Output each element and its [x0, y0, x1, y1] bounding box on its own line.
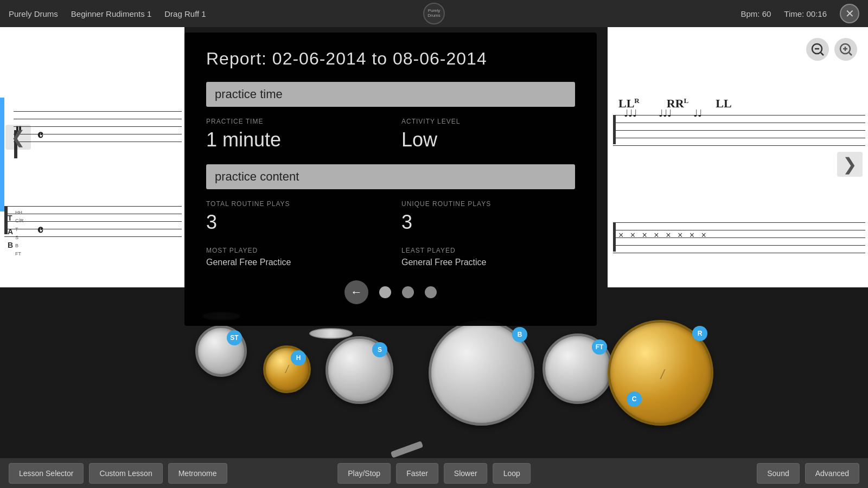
total-plays-stat: TOTAL ROUTINE PLAYS 3: [206, 200, 380, 234]
practice-time-stat: PRACTICE TIME 1 minute: [206, 118, 380, 151]
tab-label: TAB: [8, 211, 13, 253]
left-sheet: 𝄥 𝄴 TAB HHC/RTSBFT 𝄴: [0, 27, 184, 287]
practice-stats-row: PRACTICE TIME 1 minute ACTIVITY LEVEL Lo…: [206, 118, 575, 151]
top-bar-right: Bpm: 60 Time: 00:16 ✕: [741, 4, 859, 23]
drum-bass[interactable]: B: [429, 320, 534, 426]
unique-plays-stat: UNIQUE ROUTINE PLAYS 3: [401, 200, 575, 234]
right-staff-lines: [613, 115, 865, 146]
tab-sub-labels: HHC/RTSBFT: [15, 209, 24, 259]
close-button[interactable]: ✕: [840, 4, 859, 23]
s-label: S: [372, 342, 387, 357]
time-display: Time: 00:16: [784, 9, 827, 18]
r-label: R: [692, 326, 707, 341]
tab-section: [4, 206, 182, 237]
section-practice-content: practice content: [206, 164, 575, 189]
activity-level-value: Low: [401, 129, 575, 151]
breadcrumb2: Drag Ruff 1: [164, 9, 206, 18]
svg-line-2: [821, 53, 824, 55]
time-signature-bottom: 𝄴: [37, 222, 43, 239]
custom-lesson-button[interactable]: Custom Lesson: [89, 463, 162, 484]
hand-ll2: LL: [716, 97, 731, 111]
next-arrow[interactable]: ❯: [837, 152, 863, 177]
activity-level-stat: ACTIVITY LEVEL Low: [401, 118, 575, 151]
page-dot-3[interactable]: [425, 286, 437, 298]
play-stop-button[interactable]: Play/Stop: [337, 463, 391, 484]
metronome-button[interactable]: Metronome: [168, 463, 227, 484]
bpm-display: Bpm: 60: [741, 9, 771, 18]
ride-stick: /: [661, 367, 665, 382]
x-marks-bar: [613, 222, 616, 252]
most-played-value: General Free Practice: [206, 258, 380, 267]
faster-button[interactable]: Faster: [396, 463, 438, 484]
least-played-value: General Free Practice: [401, 258, 575, 267]
most-played-stat: MOST PLAYED General Free Practice: [206, 247, 380, 267]
loop-button[interactable]: Loop: [493, 463, 531, 484]
prev-arrow[interactable]: ❮: [5, 125, 31, 150]
pedal-bar: [391, 441, 423, 458]
hh-stick: /: [285, 363, 289, 376]
back-icon: ←: [350, 285, 362, 299]
drum-snare[interactable]: S: [326, 336, 393, 404]
back-button[interactable]: ←: [344, 280, 368, 304]
hi-hat-pedal: [391, 446, 423, 453]
modal-navigation: ←: [206, 280, 575, 304]
top-bar-center: Purely Drums: [423, 3, 445, 24]
advanced-button[interactable]: Advanced: [805, 463, 859, 484]
hh-label: H: [291, 350, 306, 365]
right-sheet: LLR RRL LL ♩♩♩ ♩♩♩ ♩♩ × × × × × × × ×: [608, 27, 868, 287]
activity-level-label: ACTIVITY LEVEL: [401, 118, 575, 125]
blue-marker: [0, 98, 4, 211]
ft-label: FT: [592, 339, 607, 355]
total-plays-label: TOTAL ROUTINE PLAYS: [206, 200, 380, 208]
slower-button[interactable]: Slower: [444, 463, 488, 484]
page-dot-1[interactable]: [379, 286, 391, 298]
content-stats-row: TOTAL ROUTINE PLAYS 3 UNIQUE ROUTINE PLA…: [206, 200, 575, 234]
report-modal: Report: 02-06-2014 to 08-06-2014 practic…: [184, 33, 597, 326]
section-practice-time: practice time: [206, 82, 575, 107]
cymbal-ride[interactable]: R / C: [608, 320, 713, 426]
drum-floor-tom[interactable]: FT: [542, 333, 613, 404]
total-plays-value: 3: [206, 211, 380, 234]
logo: Purely Drums: [423, 3, 445, 24]
svg-line-6: [849, 53, 852, 55]
note-groups: ♩♩♩ ♩♩♩ ♩♩: [624, 107, 702, 119]
practice-time-label: PRACTICE TIME: [206, 118, 380, 125]
unique-plays-label: UNIQUE ROUTINE PLAYS: [401, 200, 575, 208]
settings-controls: Sound Advanced: [757, 463, 859, 484]
logo-text: Purely Drums: [427, 9, 441, 18]
lesson-selector-button[interactable]: Lesson Selector: [9, 463, 84, 484]
zoom-out-icon: [810, 42, 825, 57]
time-signature-top: 𝄴: [37, 127, 43, 144]
breadcrumb1: Beginner Rudiments 1: [71, 9, 151, 18]
least-played-stat: LEAST PLAYED General Free Practice: [401, 247, 575, 267]
b-label: B: [512, 327, 527, 342]
drum-st[interactable]: ST: [195, 325, 247, 377]
unique-plays-value: 3: [401, 211, 575, 234]
zoom-controls: [806, 38, 857, 61]
report-title: Report: 02-06-2014 to 08-06-2014: [206, 49, 575, 69]
played-stats-row: MOST PLAYED General Free Practice LEAST …: [206, 247, 575, 267]
c-label: C: [627, 391, 642, 407]
bottom-bar: Lesson Selector Custom Lesson Metronome …: [0, 458, 868, 488]
zoom-in-button[interactable]: [834, 38, 857, 61]
playback-controls: Play/Stop Faster Slower Loop: [337, 463, 531, 484]
sound-button[interactable]: Sound: [757, 463, 799, 484]
zoom-out-button[interactable]: [806, 38, 829, 61]
top-bar-left: Purely Drums Beginner Rudiments 1 Drag R…: [9, 9, 206, 18]
least-played-label: LEAST PLAYED: [401, 247, 575, 254]
x-marks: × × × × × × × ×: [618, 230, 709, 240]
practice-time-value: 1 minute: [206, 129, 380, 151]
drum-hh[interactable]: H /: [263, 345, 311, 393]
zoom-in-icon: [838, 42, 853, 57]
st-label: ST: [227, 330, 242, 345]
app-title: Purely Drums: [9, 9, 58, 18]
right-staff-bar: [613, 115, 616, 144]
most-played-label: MOST PLAYED: [206, 247, 380, 254]
top-bar: Purely Drums Beginner Rudiments 1 Drag R…: [0, 0, 868, 27]
page-dot-2[interactable]: [402, 286, 414, 298]
